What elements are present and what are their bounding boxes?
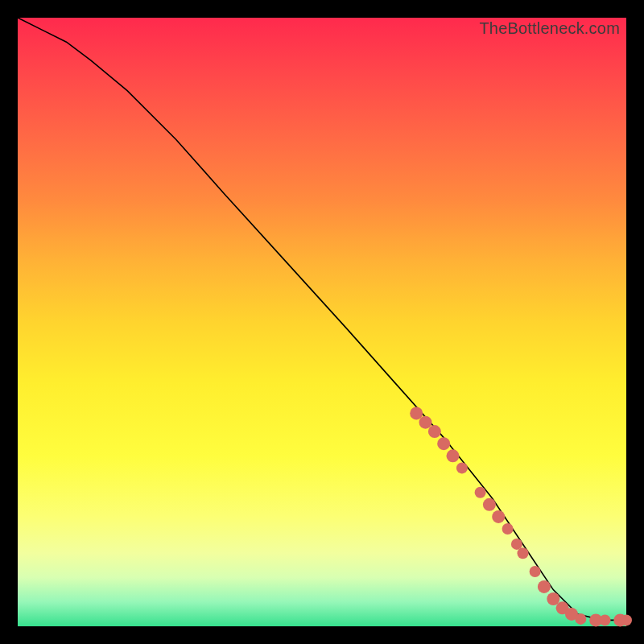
data-point [621,614,632,625]
points-group [410,407,632,626]
data-point [538,580,551,593]
data-point [518,547,529,559]
chart-svg [18,18,626,626]
data-point [475,487,486,498]
data-point [530,566,541,577]
data-point [600,614,611,625]
data-point [511,539,522,550]
chart-plot-area: TheBottleneck.com [18,18,626,626]
data-point [419,416,432,429]
data-point [456,462,468,473]
data-point [575,613,586,625]
data-point [437,437,450,450]
data-point [410,407,423,419]
data-point [483,498,496,511]
data-point [502,523,514,535]
data-point [447,449,460,462]
curve-path [18,18,626,620]
data-point [428,425,441,438]
data-point [547,592,559,605]
data-point [492,510,505,523]
